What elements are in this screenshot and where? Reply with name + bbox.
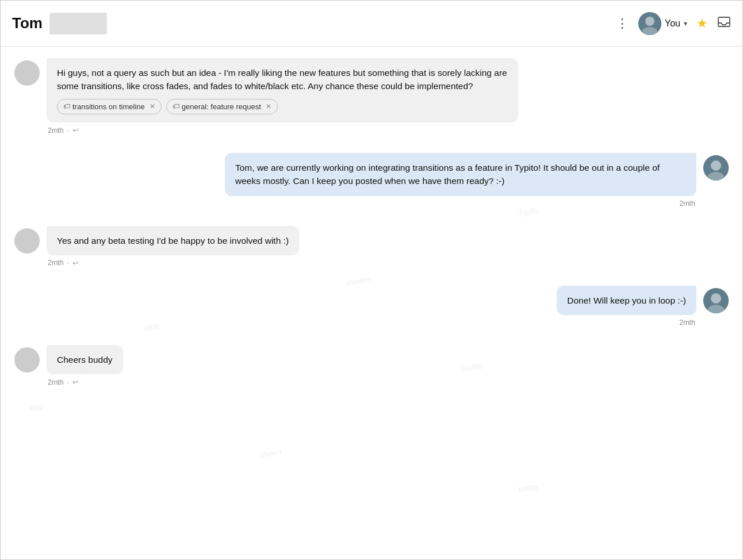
sender-avatar-5 <box>14 347 40 373</box>
message-bubble-1: Hi guys, not a query as such but an idea… <box>47 58 518 122</box>
status-bar <box>49 13 107 34</box>
message-time-5: 2mth <box>48 378 64 386</box>
bubble-wrapper-1: Hi guys, not a query as such but an idea… <box>47 58 518 135</box>
message-group-2: Tom, we are currently working on integra… <box>14 153 729 208</box>
message-time-3: 2mth <box>48 259 64 267</box>
tag-label-2: general: feature request <box>182 101 261 113</box>
message-text-4: Done! Will keep you in loop :-) <box>567 296 686 305</box>
message-tags-1: 🏷 transitions on timeline ✕ 🏷 general: f… <box>57 99 508 115</box>
tag-label-1: transitions on timeline <box>72 101 145 113</box>
star-icon[interactable]: ★ <box>696 16 708 31</box>
message-group-4: Done! Will keep you in loop :-) 2mth <box>14 286 729 327</box>
current-user-avatar <box>638 12 661 35</box>
bubble-wrapper-2: Tom, we are currently working on integra… <box>225 153 696 208</box>
inbox-icon[interactable] <box>717 15 731 32</box>
message-meta-4: 2mth <box>679 319 696 327</box>
svg-point-5 <box>711 160 721 171</box>
message-meta-2: 2mth <box>679 200 696 208</box>
message-meta-3: 2mth · ↩ <box>47 259 299 267</box>
tag-close-2[interactable]: ✕ <box>266 101 271 112</box>
message-group-1: Hi guys, not a query as such but an idea… <box>14 58 729 135</box>
sender-avatar-4 <box>703 288 729 313</box>
message-text-3: Yes and any beta testing I'd be happy to… <box>57 236 289 246</box>
tag-close-1[interactable]: ✕ <box>150 101 155 112</box>
sender-avatar-3 <box>14 228 40 254</box>
message-time-2: 2mth <box>679 200 695 208</box>
reply-icon-5[interactable]: ↩ <box>72 378 79 386</box>
message-bubble-4: Done! Will keep you in loop :-) <box>557 286 696 315</box>
sender-avatar-2 <box>703 155 729 181</box>
tag-icon-1: 🏷 <box>63 101 70 112</box>
message-bubble-3: Yes and any beta testing I'd be happy to… <box>47 226 299 255</box>
current-user-label: You <box>665 18 680 29</box>
bubble-wrapper-5: Cheers buddy 2mth · ↩ <box>47 345 123 386</box>
conversation-name: Tom <box>12 14 43 32</box>
bubble-wrapper-4: Done! Will keep you in loop :-) 2mth <box>557 286 696 327</box>
chat-area: transitions feature ielle Typito ollie t… <box>1 47 742 560</box>
message-meta-1: 2mth · ↩ <box>47 126 518 135</box>
tag-feature-request[interactable]: 🏷 general: feature request ✕ <box>166 99 278 115</box>
svg-point-8 <box>711 293 721 304</box>
svg-point-1 <box>645 17 654 26</box>
message-time-1: 2mth <box>48 126 64 135</box>
header-right: ⋮ You ▾ ★ <box>616 12 731 35</box>
message-bubble-2: Tom, we are currently working on integra… <box>225 153 696 196</box>
reply-icon-3[interactable]: ↩ <box>72 259 79 267</box>
message-group-3: Yes and any beta testing I'd be happy to… <box>14 226 729 267</box>
tag-icon-2: 🏷 <box>173 101 179 112</box>
message-time-4: 2mth <box>679 319 695 327</box>
message-group-5: Cheers buddy 2mth · ↩ <box>14 345 729 386</box>
more-options-button[interactable]: ⋮ <box>616 16 629 31</box>
message-text-5: Cheers buddy <box>57 355 113 365</box>
header: Tom ⋮ You ▾ ★ <box>1 1 742 47</box>
header-left: Tom <box>12 13 107 34</box>
sender-avatar-1 <box>14 60 40 86</box>
reply-icon-1[interactable]: ↩ <box>72 126 79 135</box>
message-bubble-5: Cheers buddy <box>47 345 123 374</box>
bubble-wrapper-3: Yes and any beta testing I'd be happy to… <box>47 226 299 267</box>
message-text-2: Tom, we are currently working on integra… <box>235 163 660 186</box>
user-dropdown-arrow[interactable]: ▾ <box>684 20 687 28</box>
message-text-1: Hi guys, not a query as such but an idea… <box>57 68 507 91</box>
tag-transitions[interactable]: 🏷 transitions on timeline ✕ <box>57 99 162 115</box>
user-menu[interactable]: You ▾ <box>638 12 687 35</box>
message-meta-5: 2mth · ↩ <box>47 378 123 386</box>
